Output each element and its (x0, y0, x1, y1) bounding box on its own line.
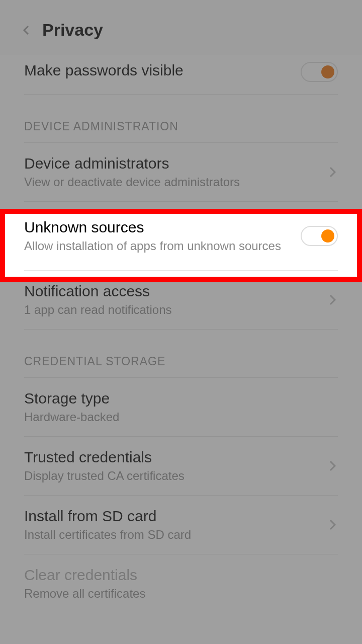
item-text: Install from SD card Install certificate… (24, 508, 323, 542)
item-text: Storage type Hardware-backed (24, 390, 338, 424)
page-title: Privacy (42, 20, 103, 40)
item-title: Device administrators (24, 155, 323, 172)
trusted-credentials-row[interactable]: Trusted credentials Display trusted CA c… (0, 437, 362, 495)
notification-access-row[interactable]: Notification access 1 app can read notif… (0, 271, 362, 329)
make-passwords-visible-row[interactable]: Make passwords visible (0, 55, 362, 94)
storage-type-row[interactable]: Storage type Hardware-backed (0, 378, 362, 436)
passwords-toggle[interactable] (301, 62, 338, 82)
header: Privacy (0, 0, 362, 55)
item-subtitle: Install certificates from SD card (24, 528, 323, 542)
item-title: Unknown sources (24, 219, 301, 236)
item-title: Trusted credentials (24, 449, 323, 466)
chevron-right-icon (328, 292, 338, 307)
item-text: Device administrators View or deactivate… (24, 155, 323, 189)
section-credential-storage: CREDENTIAL STORAGE (0, 330, 362, 377)
chevron-right-icon (328, 165, 338, 180)
item-subtitle: Display trusted CA certificates (24, 469, 323, 483)
section-device-administration: DEVICE ADMINISTRATION (0, 95, 362, 142)
item-text: Clear credentials Remove all certificate… (24, 567, 338, 601)
item-text: Trusted credentials Display trusted CA c… (24, 449, 323, 483)
item-text: Make passwords visible (24, 62, 301, 82)
item-subtitle: Allow installation of apps from unknown … (24, 239, 301, 253)
item-title: Storage type (24, 390, 338, 407)
item-text: Unknown sources Allow installation of ap… (24, 219, 301, 253)
item-subtitle: View or deactivate device administrators (24, 175, 323, 189)
toggle-knob-icon (321, 65, 334, 78)
device-administrators-row[interactable]: Device administrators View or deactivate… (0, 143, 362, 201)
item-subtitle: Hardware-backed (24, 410, 338, 424)
item-title: Install from SD card (24, 508, 323, 525)
item-title: Make passwords visible (24, 62, 301, 79)
item-text: Notification access 1 app can read notif… (24, 283, 323, 317)
back-icon[interactable] (20, 24, 32, 36)
item-subtitle: 1 app can read notifications (24, 303, 323, 317)
unknown-sources-toggle[interactable] (301, 226, 338, 246)
item-title: Clear credentials (24, 567, 338, 584)
chevron-right-icon (328, 458, 338, 473)
item-title: Notification access (24, 283, 323, 300)
item-subtitle: Remove all certificates (24, 587, 338, 601)
clear-credentials-row[interactable]: Clear credentials Remove all certificate… (0, 554, 362, 613)
chevron-right-icon (328, 517, 338, 532)
unknown-sources-row[interactable]: Unknown sources Allow installation of ap… (0, 202, 362, 270)
install-from-sd-card-row[interactable]: Install from SD card Install certificate… (0, 496, 362, 554)
toggle-knob-icon (321, 229, 334, 243)
settings-content: Make passwords visible DEVICE ADMINISTRA… (0, 55, 362, 613)
